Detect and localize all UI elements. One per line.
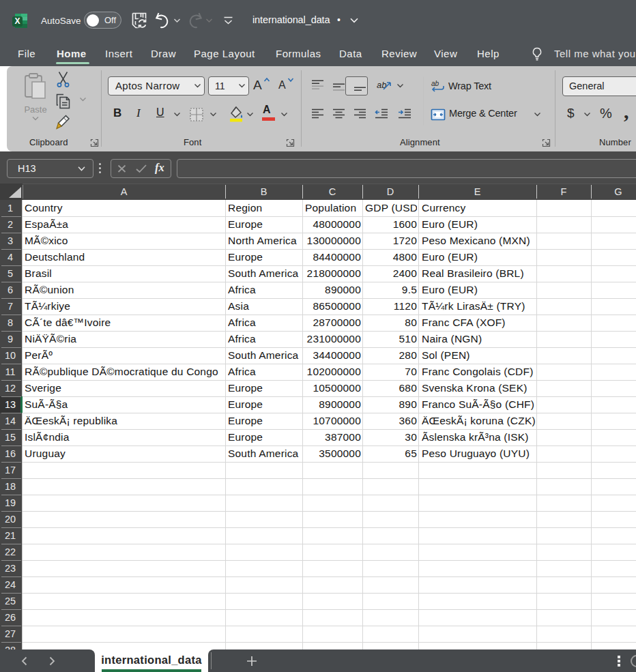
svg-text:ab: ab: [431, 80, 439, 87]
